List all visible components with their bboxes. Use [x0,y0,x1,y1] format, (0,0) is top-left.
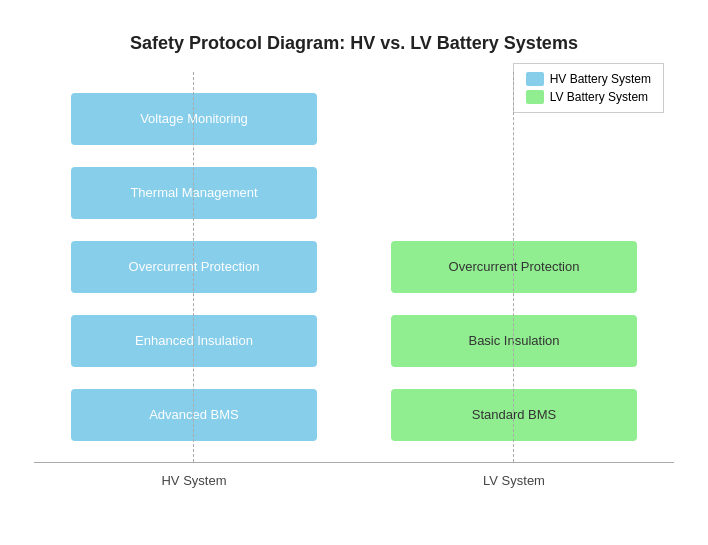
x-label-lv: LV System [354,473,674,488]
lv-bar-2: Overcurrent Protection [391,241,638,293]
hv-bar-4: Advanced BMS [71,389,318,441]
chart-container: Safety Protocol Diagram: HV vs. LV Batte… [14,13,694,533]
hv-column: Voltage MonitoringThermal ManagementOver… [34,72,354,462]
hv-bar-1: Thermal Management [71,167,318,219]
x-label-hv: HV System [34,473,354,488]
hv-bar-0: Voltage Monitoring [71,93,318,145]
hv-bar-2: Overcurrent Protection [71,241,318,293]
dashed-line-left [193,72,194,462]
chart-title: Safety Protocol Diagram: HV vs. LV Batte… [34,33,674,54]
chart-area: Voltage MonitoringThermal ManagementOver… [34,72,674,462]
lv-bar-3: Basic Insulation [391,315,638,367]
lv-bar-4: Standard BMS [391,389,638,441]
axis-line [34,462,674,463]
x-axis: HV System LV System [34,473,674,488]
hv-bar-3: Enhanced Insulation [71,315,318,367]
lv-column: Overcurrent ProtectionBasic InsulationSt… [354,72,674,462]
dashed-line-right [513,72,514,462]
